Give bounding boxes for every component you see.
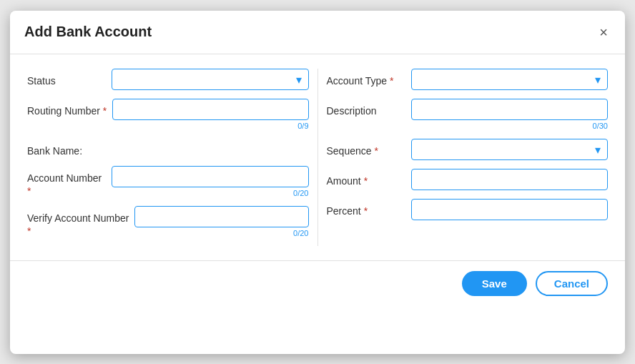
- description-input[interactable]: [411, 99, 609, 120]
- status-row: Status ▾: [27, 69, 309, 90]
- percent-required-star: *: [364, 205, 368, 217]
- verify-account-char-count: 0/20: [134, 229, 308, 237]
- sequence-required-star: *: [374, 145, 378, 157]
- cancel-button[interactable]: Cancel: [536, 271, 608, 296]
- sequence-label: Sequence *: [327, 139, 405, 157]
- left-column: Status ▾ Routing Number *: [27, 69, 318, 247]
- routing-number-input[interactable]: [112, 99, 308, 120]
- modal-footer: Save Cancel: [10, 260, 625, 306]
- routing-number-char-count: 0/9: [112, 122, 308, 130]
- sequence-select-wrapper: ▾: [411, 139, 609, 160]
- description-field-wrap: 0/30: [411, 99, 609, 130]
- account-type-label: Account Type *: [327, 69, 405, 87]
- status-label: Status: [27, 69, 106, 87]
- account-type-required-star: *: [390, 75, 393, 87]
- sequence-row: Sequence * ▾: [327, 139, 609, 160]
- account-number-field-wrap: 0/20: [112, 166, 309, 197]
- bank-name-label: Bank Name:: [27, 139, 106, 157]
- form-columns: Status ▾ Routing Number *: [27, 69, 608, 247]
- percent-field-wrap: [411, 199, 609, 220]
- amount-row: Amount *: [327, 169, 609, 190]
- account-number-input[interactable]: [112, 166, 309, 187]
- percent-row: Percent *: [327, 199, 609, 220]
- status-select-wrapper: ▾: [112, 69, 309, 90]
- status-field-wrap: ▾: [112, 69, 309, 90]
- percent-input[interactable]: [411, 199, 609, 220]
- routing-number-label: Routing Number *: [27, 99, 107, 117]
- account-type-select-wrapper: ▾: [411, 69, 609, 90]
- verify-account-label: Verify Account Number *: [27, 206, 129, 237]
- verify-account-required-star: *: [27, 225, 31, 237]
- routing-number-row: Routing Number * 0/9: [27, 99, 309, 130]
- right-column: Account Type * ▾ Description: [318, 69, 609, 247]
- sequence-select[interactable]: [411, 139, 609, 160]
- account-number-label: Account Number *: [27, 166, 106, 197]
- description-char-count: 0/30: [411, 122, 609, 130]
- modal-title: Add Bank Account: [24, 24, 152, 40]
- account-number-char-count: 0/20: [112, 189, 309, 197]
- modal-body: Status ▾ Routing Number *: [10, 54, 625, 261]
- account-number-required-star: *: [27, 185, 31, 197]
- routing-number-field-wrap: 0/9: [112, 99, 308, 130]
- routing-required-star: *: [103, 105, 107, 117]
- amount-field-wrap: [411, 169, 609, 190]
- status-select[interactable]: [112, 69, 309, 90]
- account-type-select[interactable]: [411, 69, 609, 90]
- amount-label: Amount *: [327, 169, 405, 187]
- amount-input[interactable]: [411, 169, 609, 190]
- verify-account-input[interactable]: [134, 206, 308, 227]
- bank-name-row: Bank Name:: [27, 139, 309, 157]
- verify-account-row: Verify Account Number * 0/20: [27, 206, 309, 237]
- percent-label: Percent *: [327, 199, 405, 217]
- modal-header: Add Bank Account ×: [10, 11, 625, 54]
- save-button[interactable]: Save: [462, 271, 527, 296]
- close-button[interactable]: ×: [596, 22, 611, 42]
- account-type-field-wrap: ▾: [411, 69, 609, 90]
- amount-required-star: *: [364, 175, 368, 187]
- description-label: Description: [327, 99, 405, 117]
- account-type-row: Account Type * ▾: [327, 69, 609, 90]
- sequence-field-wrap: ▾: [411, 139, 609, 160]
- verify-account-field-wrap: 0/20: [134, 206, 308, 237]
- description-row: Description 0/30: [327, 99, 609, 130]
- add-bank-account-modal: Add Bank Account × Status ▾: [10, 11, 625, 354]
- account-number-row: Account Number * 0/20: [27, 166, 309, 197]
